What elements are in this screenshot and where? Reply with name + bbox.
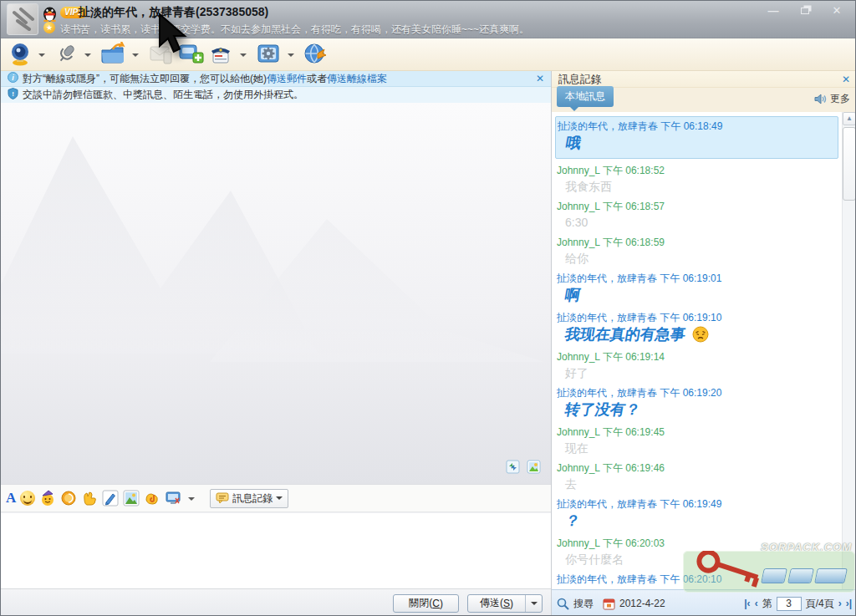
message-text: 好了 [557, 364, 838, 382]
restore-button[interactable] [793, 3, 817, 19]
message-header: Johnny_L 下午 06:18:59 [557, 236, 838, 249]
message-header: Johnny_L 下午 06:19:45 [557, 425, 838, 439]
message-history-button[interactable]: 訊息記錄 [210, 489, 288, 508]
more-menu[interactable]: 更多 [814, 92, 850, 106]
screenshot-icon[interactable] [165, 490, 181, 507]
send-mail-link[interactable]: 傳送郵件 [267, 72, 307, 86]
voice-call-dropdown[interactable] [84, 53, 91, 57]
history-footer-bar: 搜尋 2012-4-22 |‹ ‹ 第 頁/4頁 › ›| [552, 589, 856, 616]
create-group-button[interactable] [177, 42, 204, 67]
message-item[interactable]: Johnny_L 下午 06:18:576:30 [557, 196, 838, 232]
emoticon-icon[interactable] [20, 491, 35, 506]
calendar-icon[interactable] [603, 598, 615, 610]
message-item[interactable]: 扯淡的年代，放肆青春 下午 06:18:49哦 [555, 116, 838, 159]
qq-penguin-icon [43, 6, 57, 22]
report-button[interactable] [207, 42, 234, 67]
message-item[interactable]: Johnny_L 下午 06:19:46去 [557, 457, 838, 493]
message-text: ？ [557, 511, 838, 532]
shield-icon: ! [8, 88, 18, 102]
message-item[interactable]: 扯淡的年代，放肆青春 下午 06:19:10我现在真的有急事 [557, 307, 838, 346]
message-history-label: 訊息記錄 [232, 491, 273, 506]
security-notice-text: 交談中請勿輕信匯款、中獎訊息、陌生電話，勿使用外掛程式。 [23, 88, 303, 102]
message-text: 去 [557, 475, 838, 493]
font-style-icon[interactable]: A [6, 490, 16, 507]
message-header: 扯淡的年代，放肆青春 下午 06:20:10 [557, 573, 838, 586]
message-header: Johnny_L 下午 06:19:46 [557, 461, 838, 475]
message-item[interactable]: 扯淡的年代，放肆青春 下午 06:20:10 [557, 568, 838, 589]
offline-notice-middle: 或者 [307, 72, 327, 86]
pager: |‹ ‹ 第 頁/4頁 › ›| [744, 597, 852, 611]
first-page-icon[interactable]: |‹ [744, 598, 750, 609]
close-chat-button[interactable]: 關閉(C) [393, 594, 459, 613]
send-button[interactable]: 傳送(S) [468, 595, 525, 612]
message-text: 转了没有？ [557, 400, 838, 421]
message-item[interactable]: 扯淡的年代，放肆青春 下午 06:19:20转了没有？ [557, 382, 838, 421]
prev-page-icon[interactable]: ‹ [755, 598, 758, 609]
video-call-dropdown[interactable] [38, 53, 45, 57]
send-button-group[interactable]: 傳送(S) [467, 594, 543, 613]
message-item[interactable]: Johnny_L 下午 06:18:59给你 [557, 232, 838, 267]
screenshot-dropdown[interactable] [188, 497, 195, 501]
history-panel-close-icon[interactable]: ✕ [842, 74, 850, 85]
title-bar[interactable]: VIP1 ★ 扯淡的年代，放肆青春(2537385058) 读书苦，读书累，读书… [1, 1, 856, 38]
next-page-icon[interactable]: › [838, 598, 842, 609]
message-text: 我食东西 [557, 177, 838, 196]
magic-emoticon-icon[interactable] [39, 490, 56, 507]
share-button[interactable] [303, 42, 329, 67]
chat-window: VIP1 ★ 扯淡的年代，放肆青春(2537385058) 读书苦，读书累，读书… [0, 0, 856, 616]
voice-call-button[interactable] [54, 42, 79, 67]
scroll-up-icon[interactable]: ▲ [843, 112, 856, 125]
message-header: 扯淡的年代，放肆青春 下午 06:19:49 [557, 497, 838, 511]
handwriting-icon[interactable] [102, 490, 119, 507]
message-header: Johnny_L 下午 06:18:52 [557, 164, 838, 177]
page-prefix: 第 [762, 597, 772, 611]
message-item[interactable]: Johnny_L 下午 06:19:14好了 [557, 346, 838, 382]
peer-avatar[interactable] [7, 3, 38, 35]
video-call-button[interactable] [8, 42, 33, 67]
apps-dropdown[interactable] [288, 53, 294, 57]
report-dropdown[interactable] [240, 53, 247, 57]
message-text: 现在 [557, 439, 838, 457]
send-image-icon[interactable] [123, 490, 140, 507]
audio-message-icon[interactable] [144, 490, 160, 507]
message-header: Johnny_L 下午 06:20:03 [557, 537, 838, 550]
send-offline-file-link[interactable]: 傳送離線檔案 [327, 72, 387, 86]
message-text: 给你 [557, 249, 838, 267]
main-toolbar [1, 38, 856, 71]
message-input-area[interactable] [1, 513, 551, 588]
message-header: 扯淡的年代，放肆青春 下午 06:19:10 [557, 311, 838, 324]
send-file-dropdown[interactable] [132, 53, 139, 57]
message-item[interactable]: 扯淡的年代，放肆青春 下午 06:19:01啊 [557, 267, 838, 307]
expand-view-icon[interactable] [506, 460, 520, 477]
offline-notice-close-icon[interactable]: ✕ [536, 73, 544, 84]
speaker-icon [814, 94, 827, 104]
page-number-input[interactable] [777, 597, 802, 611]
message-history-panel: 訊息記錄 ✕ 本地訊息 更多 扯淡的年代，放肆青春 下午 06:18:49哦Jo… [551, 71, 856, 616]
search-icon[interactable] [557, 598, 569, 610]
window-shake-icon[interactable] [60, 490, 77, 507]
history-date[interactable]: 2012-4-22 [619, 598, 665, 609]
message-header: 扯淡的年代，放肆青春 下午 06:19:20 [557, 386, 838, 400]
apps-button[interactable] [255, 42, 282, 67]
tab-local-messages[interactable]: 本地訊息 [557, 86, 614, 107]
chat-display-area[interactable] [1, 103, 551, 484]
message-header: Johnny_L 下午 06:18:57 [557, 200, 838, 213]
last-page-icon[interactable]: ›| [846, 598, 852, 609]
scrollbar-thumb[interactable] [843, 127, 856, 201]
message-item[interactable]: Johnny_L 下午 06:18:52我食东西 [557, 160, 838, 196]
offline-notice-text: 對方“離線或隱身”，可能無法立即回覆，您可以給他(她) [23, 72, 267, 86]
minimize-button[interactable]: — [762, 3, 785, 19]
send-sms-button[interactable] [147, 42, 174, 67]
message-item[interactable]: Johnny_L 下午 06:20:03你号什麼名 [557, 532, 838, 568]
message-header: 扯淡的年代，放肆青春 下午 06:19:01 [557, 272, 838, 285]
window-title: 扯淡的年代，放肆青春(2537385058) [79, 5, 268, 20]
history-scrollbar[interactable]: ▲ [842, 112, 856, 589]
close-button[interactable]: ✕ [825, 3, 848, 19]
message-item[interactable]: 扯淡的年代，放肆青春 下午 06:19:49？ [557, 493, 838, 532]
search-label[interactable]: 搜尋 [573, 597, 594, 611]
message-item[interactable]: Johnny_L 下午 06:19:45现在 [557, 421, 838, 457]
scene-picker-icon[interactable] [527, 460, 541, 477]
send-options-dropdown[interactable] [525, 595, 542, 612]
gift-icon[interactable] [81, 490, 98, 507]
send-file-button[interactable] [99, 42, 126, 67]
